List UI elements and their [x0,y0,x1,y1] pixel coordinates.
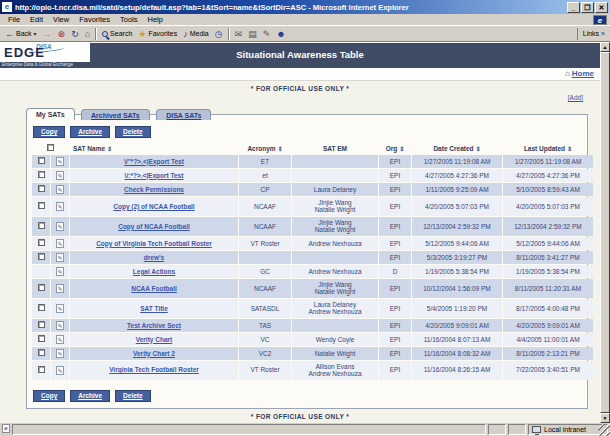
row-checkbox[interactable] [38,366,45,373]
sat-name-link[interactable]: Test Archive Sect [127,322,181,329]
menu-file[interactable]: File [3,15,25,24]
row-checkbox[interactable] [38,304,45,311]
back-dropdown-icon[interactable] [34,30,37,37]
column-header-date-created[interactable]: Date Created [412,142,502,154]
sat-name-link[interactable]: NCAA Football [131,285,177,292]
sat-name-link[interactable]: Copy (2) of NCAA Football [113,203,194,210]
messenger-button[interactable] [273,29,288,39]
delete-button[interactable]: Delete [115,126,151,138]
sat-name-cell: Copy of Virginia Tech Football Roster [70,237,238,250]
sort-icon[interactable] [565,145,572,152]
sat-name-link[interactable]: \/"*?>.<|Export Test [124,158,184,165]
edit-icon[interactable] [56,202,64,211]
edit-icon[interactable] [56,253,64,262]
search-button[interactable]: Search [99,30,135,37]
edit-icon[interactable] [56,284,64,293]
edit-icon[interactable] [56,335,64,344]
print-button[interactable] [245,29,260,39]
edit-icon[interactable] [56,171,64,180]
refresh-button[interactable] [68,29,82,39]
row-checkbox[interactable] [38,171,45,178]
status-page-icon [2,424,10,433]
back-button[interactable]: Back [2,29,40,39]
media-button[interactable]: Media [180,29,212,39]
archive-button[interactable]: Archive [70,126,110,138]
column-header-last-updated[interactable]: Last Updated [503,142,593,154]
resize-grip[interactable] [598,424,610,436]
sort-icon[interactable] [276,145,283,152]
vertical-scrollbar[interactable]: ▲ ▼ [600,42,610,423]
menu-tools[interactable]: Tools [115,15,143,24]
column-header-org[interactable]: Org [379,142,411,154]
links-bar[interactable]: Links [577,28,608,40]
edit-icon[interactable] [56,222,64,231]
menu-help[interactable]: Help [143,15,168,24]
row-checkbox[interactable] [38,185,45,192]
select-all-checkbox[interactable] [47,144,54,151]
menu-view[interactable]: View [48,15,74,24]
sat-name-link[interactable]: Verity Chart [136,336,173,343]
home-button[interactable] [82,29,93,39]
sat-name-cell: Test Archive Sect [70,319,238,332]
sat-name-link[interactable]: Copy of Virginia Tech Football Roster [96,240,212,247]
row-checkbox[interactable] [38,157,45,164]
edit-icon[interactable] [56,349,64,358]
history-button[interactable] [212,29,226,39]
sort-icon[interactable] [105,145,112,152]
archive-button[interactable]: Archive [70,390,110,402]
delete-button[interactable]: Delete [115,390,151,402]
edit-icon[interactable] [56,366,64,375]
tab-disa-sats[interactable]: DISA SATs [156,109,211,120]
sort-icon[interactable] [397,145,404,152]
menu-favorites[interactable]: Favorites [74,15,115,24]
mail-button[interactable] [232,29,246,39]
scrollbar-thumb[interactable] [600,52,610,413]
favorites-button[interactable]: Favorites [135,29,180,39]
row-checkbox[interactable] [38,202,45,209]
row-checkbox[interactable] [38,253,45,260]
sat-name-link[interactable]: SAT Title [140,305,168,312]
scroll-down-icon[interactable]: ▼ [600,413,610,423]
edit-page-button[interactable] [260,29,274,39]
maximize-button[interactable]: ❐ [581,2,594,13]
edit-icon[interactable] [56,185,64,194]
home-link[interactable]: Home [572,69,594,78]
add-link[interactable]: [Add] [568,94,583,101]
sort-icon[interactable] [474,145,481,152]
edit-icon[interactable] [56,267,64,276]
copy-button[interactable]: Copy [33,126,65,138]
stop-button[interactable] [55,29,69,39]
tab-archived-sats[interactable]: Archived SATs [81,109,150,120]
close-button[interactable]: ✕ [595,2,608,13]
sat-name-link[interactable]: drew's [144,254,164,261]
copy-button[interactable]: Copy [33,390,65,402]
row-checkbox[interactable] [38,222,45,229]
scroll-up-icon[interactable]: ▲ [600,42,610,52]
org-cell: EPI [379,217,411,236]
menu-edit[interactable]: Edit [25,15,48,24]
sat-name-link[interactable]: Verity Chart 2 [133,350,175,357]
sat-name-link[interactable]: Virginia Tech Football Roster [109,366,199,373]
sat-name-link[interactable]: \/:*?>.<|Export Test [125,172,184,179]
security-zone: Local intranet [528,424,608,435]
tab-my-sats[interactable]: My SATs [26,108,75,120]
row-checkbox[interactable] [38,239,45,246]
last-updated-cell: 8/11/2005 3:41:27 PM [503,251,593,264]
sat-name-link[interactable]: Check Permissions [124,186,184,193]
edit-icon[interactable] [56,239,64,248]
last-updated-cell: 4/4/2005 11:00:01 AM [503,333,593,346]
row-checkbox[interactable] [38,284,45,291]
sat-name-link[interactable]: Legal Actions [133,268,175,275]
icon-cell [51,333,69,346]
forward-button[interactable] [40,29,55,39]
edit-icon[interactable] [56,157,64,166]
minimize-button[interactable]: _ [567,2,580,13]
column-header-sat-name[interactable]: SAT Name [70,142,238,154]
row-checkbox[interactable] [38,335,45,342]
row-checkbox[interactable] [38,321,45,328]
column-header-acronym[interactable]: Acronym [239,142,291,154]
edit-icon[interactable] [56,321,64,330]
sat-name-link[interactable]: Copy of NCAA Football [118,223,190,230]
edit-icon[interactable] [56,304,64,313]
row-checkbox[interactable] [38,349,45,356]
